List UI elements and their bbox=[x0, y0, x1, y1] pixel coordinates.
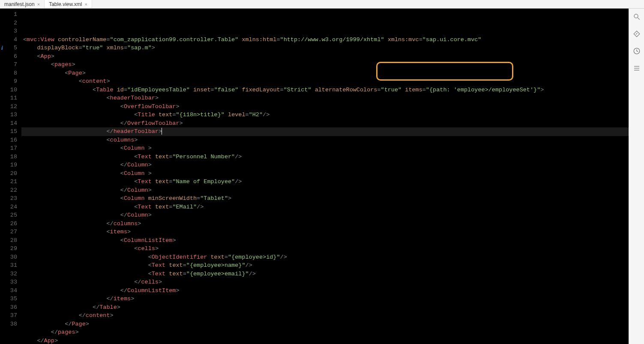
svg-point-0 bbox=[634, 14, 638, 18]
code-line[interactable]: </pages> bbox=[21, 328, 629, 337]
code-line[interactable]: <ColumnListItem> bbox=[21, 236, 629, 245]
code-line[interactable]: <Text text="Name of Employee"/> bbox=[21, 178, 629, 186]
info-marker[interactable]: i bbox=[1, 44, 3, 52]
tab-label: Table.view.xml bbox=[49, 1, 82, 7]
code-line[interactable]: <ObjectIdentifier text="{employee>id}"/> bbox=[21, 253, 629, 262]
tab-tableview[interactable]: Table.view.xml × bbox=[45, 0, 92, 8]
code-line[interactable]: </Column> bbox=[21, 186, 629, 195]
editor-main: 12345i6789101112131415161718192021222324… bbox=[0, 9, 644, 344]
code-editor[interactable]: 12345i6789101112131415161718192021222324… bbox=[0, 9, 629, 344]
tab-label: manifest.json bbox=[4, 1, 35, 7]
editor-tabs: manifest.json × Table.view.xml × bbox=[0, 0, 644, 9]
outline-icon[interactable] bbox=[633, 64, 641, 74]
code-line[interactable]: <cells> bbox=[21, 244, 629, 253]
code-line[interactable]: <OverflowToolbar> bbox=[21, 103, 629, 111]
code-line[interactable]: <content> bbox=[21, 77, 629, 86]
code-line[interactable]: </content> bbox=[21, 311, 629, 320]
code-line[interactable]: <headerToolbar> bbox=[21, 94, 629, 103]
search-icon[interactable] bbox=[633, 13, 641, 22]
code-line[interactable]: <items> bbox=[21, 228, 629, 236]
code-line[interactable]: </items> bbox=[21, 295, 629, 303]
code-line[interactable]: <Text text="{employee>email}"/> bbox=[21, 270, 629, 278]
code-line[interactable]: <App> bbox=[21, 52, 629, 61]
code-line[interactable]: </App> bbox=[21, 337, 629, 344]
code-line[interactable]: </columns> bbox=[21, 220, 629, 228]
code-line[interactable]: <pages> bbox=[21, 60, 629, 69]
code-line[interactable]: </Column> bbox=[21, 211, 629, 220]
close-icon[interactable]: × bbox=[37, 2, 40, 7]
code-line[interactable]: <Table id="idEmployeesTable" inset="fals… bbox=[21, 86, 629, 94]
code-line[interactable]: <Title text="{i18n>title}" level="H2"/> bbox=[21, 111, 629, 119]
code-line[interactable]: </Table> bbox=[21, 303, 629, 312]
code-line[interactable]: <columns> bbox=[21, 136, 629, 145]
history-icon[interactable] bbox=[633, 47, 641, 57]
code-line[interactable]: </headerToolbar> bbox=[21, 127, 629, 136]
tab-manifest[interactable]: manifest.json × bbox=[0, 0, 45, 8]
code-line[interactable]: <Text text="Personnel Number"/> bbox=[21, 153, 629, 161]
code-line[interactable]: </cells> bbox=[21, 278, 629, 287]
right-toolbar bbox=[629, 9, 644, 344]
code-line[interactable]: <Column > bbox=[21, 144, 629, 153]
format-icon[interactable] bbox=[633, 30, 641, 39]
code-line[interactable]: </Column> bbox=[21, 161, 629, 169]
svg-line-1 bbox=[638, 18, 640, 20]
code-line[interactable]: </ColumnListItem> bbox=[21, 287, 629, 295]
line-gutter: 12345i6789101112131415161718192021222324… bbox=[0, 9, 21, 344]
code-line[interactable]: <Page> bbox=[21, 69, 629, 78]
code-line[interactable]: </Page> bbox=[21, 320, 629, 329]
code-line[interactable]: </OverflowToolbar> bbox=[21, 119, 629, 128]
code-line[interactable]: <Text text="EMail"/> bbox=[21, 203, 629, 211]
code-line[interactable]: <Column > bbox=[21, 169, 629, 178]
code-area[interactable]: <mvc:View controllerName="com_zapplicati… bbox=[21, 9, 629, 344]
code-line[interactable]: <mvc:View controllerName="com_zapplicati… bbox=[21, 36, 629, 44]
code-line[interactable]: <Column minScreenWidth="Tablet"> bbox=[21, 194, 629, 203]
code-line[interactable]: displayBlock="true" xmlns="sap.m"> bbox=[21, 44, 629, 52]
code-line[interactable]: <Text text="{employee>name}"/> bbox=[21, 261, 629, 270]
close-icon[interactable]: × bbox=[85, 2, 87, 7]
